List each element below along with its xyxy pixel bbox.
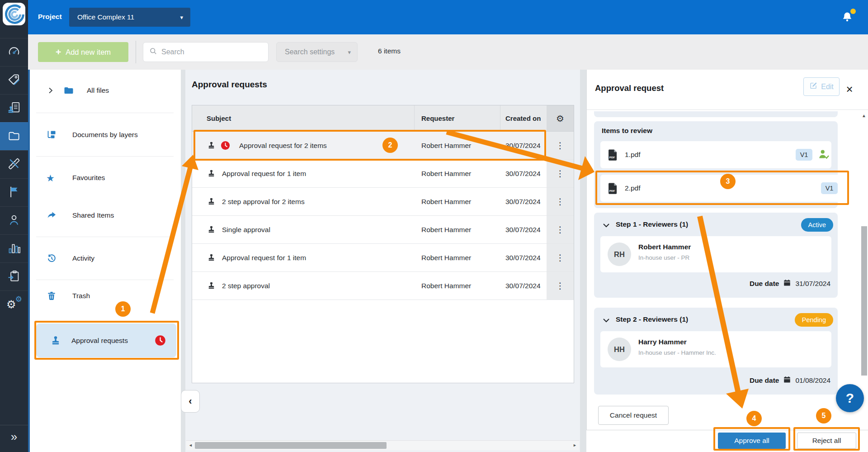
nav-item-trash[interactable]: Trash <box>30 283 181 309</box>
nav-item-favourites[interactable]: ★ Favourites <box>30 165 181 190</box>
row-subject: Single approval <box>222 226 270 234</box>
detail-header: Approval request Edit × <box>587 70 868 110</box>
nav-item-label: Trash <box>72 292 90 300</box>
stamp-icon <box>207 253 216 262</box>
add-new-item-label: Add new item <box>66 48 111 57</box>
add-new-item-button[interactable]: + Add new item <box>38 42 128 62</box>
row-menu-kebab-icon[interactable]: ⋮ <box>556 197 565 206</box>
notifications-button[interactable] <box>841 11 854 24</box>
rail-item-approvals[interactable] <box>0 94 28 122</box>
edit-button[interactable]: Edit <box>803 77 840 96</box>
reject-all-button[interactable]: Reject all <box>797 433 856 449</box>
rail-item-tags[interactable] <box>0 66 28 94</box>
icon-rail: ⚙⚙ » <box>0 0 28 452</box>
rail-item-files[interactable] <box>0 122 28 150</box>
table-row[interactable]: Single approval Robert Hammer 30/07/2024… <box>192 216 574 244</box>
row-created-on: 30/07/2024 <box>500 160 547 187</box>
expand-rail-button[interactable]: » <box>0 425 28 448</box>
close-icon[interactable]: × <box>843 81 856 97</box>
nav-item-approval-requests[interactable]: Approval requests <box>36 324 176 357</box>
rail-item-dashboard[interactable] <box>0 38 28 66</box>
row-menu-kebab-icon[interactable]: ⋮ <box>556 281 565 290</box>
person-icon <box>7 213 21 228</box>
rail-item-reports[interactable] <box>0 234 28 262</box>
row-menu-kebab-icon[interactable]: ⋮ <box>556 141 565 150</box>
row-requester: Robert Hammer <box>414 132 500 159</box>
collapse-nav-button[interactable]: ‹ <box>181 390 200 413</box>
nav-item-shared-items[interactable]: Shared Items <box>30 203 181 228</box>
nav-item-all-files[interactable]: All files <box>30 78 181 103</box>
project-selector[interactable]: Office Complex 11 ▾ <box>69 8 190 27</box>
notification-dot <box>850 9 856 14</box>
caret-down-icon: ▾ <box>348 49 357 56</box>
search-settings-dropdown[interactable]: Search settings ▾ <box>276 42 358 62</box>
app-logo <box>3 3 25 25</box>
scroll-up-arrow-icon[interactable]: ▲ <box>862 113 866 118</box>
reviewer-card: RH Robert Hammer In-house user - PR <box>600 236 831 272</box>
approve-all-button[interactable]: Approve all <box>718 433 786 449</box>
cancel-request-button[interactable]: Cancel request <box>598 406 669 425</box>
reviewer-name: Robert Hammer <box>638 243 691 251</box>
calendar-icon <box>783 279 791 289</box>
table-row[interactable]: 2 step approval Robert Hammer 30/07/2024… <box>192 272 574 300</box>
vertical-scrollbar-thumb[interactable] <box>861 226 867 376</box>
rail-item-issues[interactable] <box>0 178 28 206</box>
item-file-name: 2.pdf <box>625 184 640 192</box>
reviewer-card: HH Harry Hammer In-house user - Hammer I… <box>600 331 831 367</box>
reviewer-role: In-house user - PR <box>638 254 689 261</box>
reviewed-person-check-icon <box>818 148 830 162</box>
review-item-row[interactable]: PDF 2.pdf V1 <box>600 175 842 202</box>
toolbar-divider <box>136 41 136 63</box>
search-icon <box>149 47 158 57</box>
search-box <box>143 42 269 62</box>
row-subject: Approval request for 1 item <box>222 254 306 262</box>
nav-item-documents-by-layers[interactable]: Documents by layers <box>30 122 181 147</box>
row-menu-kebab-icon[interactable]: ⋮ <box>556 225 565 234</box>
table-settings-gear-icon[interactable]: ⚙ <box>556 114 564 123</box>
row-requester: Robert Hammer <box>414 244 500 271</box>
review-item-row[interactable]: PDF 1.pdf V1 <box>600 141 831 168</box>
stamp-document-icon <box>7 101 21 116</box>
column-created-on[interactable]: Created on <box>500 105 547 131</box>
rail-item-settings[interactable]: ⚙⚙ <box>0 290 28 319</box>
scroll-left-arrow-icon[interactable]: ◄ <box>189 443 193 447</box>
rail-item-measure[interactable] <box>0 150 28 178</box>
search-settings-label: Search settings <box>277 48 348 56</box>
row-menu-kebab-icon[interactable]: ⋮ <box>556 169 565 178</box>
row-menu-kebab-icon[interactable]: ⋮ <box>556 253 565 262</box>
due-date-value: 31/07/2024 <box>795 280 830 288</box>
scroll-right-arrow-icon[interactable]: ► <box>573 443 577 447</box>
reviewer-role: In-house user - Hammer Inc. <box>638 349 716 356</box>
horizontal-scrollbar-thumb[interactable] <box>195 442 387 449</box>
step-1-card: Step 1 - Reviewers (1) Active RH Robert … <box>594 213 838 298</box>
rail-item-transmittals[interactable] <box>0 262 28 290</box>
approval-requests-table: Subject Requester Created on ⚙ Approval … <box>192 105 574 383</box>
plus-icon: + <box>56 47 61 57</box>
page-title: Approval requests <box>192 80 267 90</box>
table-row[interactable]: Approval request for 2 items Robert Hamm… <box>192 132 574 160</box>
column-requester[interactable]: Requester <box>414 105 500 131</box>
nav-divider <box>36 280 174 280</box>
nav-item-activity[interactable]: Activity <box>30 246 181 271</box>
row-created-on: 30/07/2024 <box>500 132 547 159</box>
status-badge: Active <box>801 218 834 232</box>
detail-title: Approval request <box>595 83 664 93</box>
chevron-down-icon[interactable] <box>602 316 610 324</box>
chevron-down-icon[interactable] <box>602 221 610 229</box>
stamp-icon <box>207 281 216 290</box>
row-created-on: 30/07/2024 <box>500 188 547 215</box>
horizontal-scrollbar[interactable]: ◄ ► <box>186 440 579 450</box>
chevron-right-icon[interactable] <box>47 87 54 94</box>
row-subject: Approval request for 2 items <box>239 142 327 150</box>
search-input[interactable] <box>161 48 263 56</box>
caret-down-icon: ▾ <box>180 14 190 21</box>
column-subject[interactable]: Subject <box>207 114 231 122</box>
help-button[interactable]: ? <box>836 384 864 412</box>
table-row[interactable]: Approval request for 1 item Robert Hamme… <box>192 160 574 188</box>
rail-item-users[interactable] <box>0 206 28 234</box>
table-row[interactable]: 2 step approval for 2 items Robert Hamme… <box>192 188 574 216</box>
items-to-review-title: Items to review <box>602 127 652 135</box>
approval-stamp-icon <box>50 335 61 347</box>
project-label: Project <box>38 13 62 21</box>
table-row[interactable]: Approval request for 1 item Robert Hamme… <box>192 244 574 272</box>
